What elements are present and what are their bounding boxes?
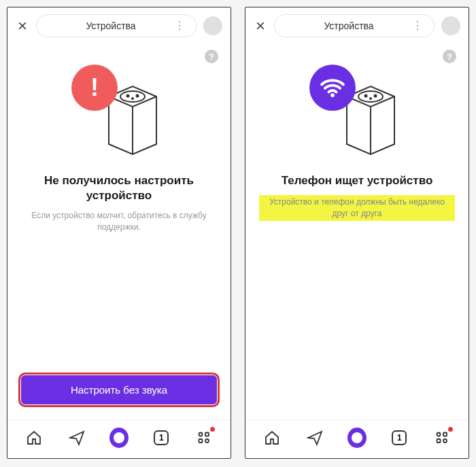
nav-assistant[interactable] (347, 428, 367, 447)
svg-point-4 (199, 433, 202, 436)
more-icon[interactable]: ⋮ (174, 20, 185, 31)
subtext: Если устройство молчит, обратитесь в слу… (21, 210, 217, 233)
close-button[interactable] (16, 19, 29, 33)
screen-left: Устройства ⋮ ? ! Не получилось настроить… (7, 7, 231, 459)
content: ? Телефон ищет устройство Устройство и (245, 44, 469, 419)
svg-point-9 (358, 91, 383, 102)
bottom-nav: 1 (245, 419, 469, 458)
menu-icon (434, 430, 450, 446)
avatar[interactable] (203, 16, 222, 35)
nav-home[interactable] (262, 428, 282, 447)
title-pill[interactable]: Устройства ⋮ (274, 14, 435, 37)
nav-assistant[interactable] (109, 428, 129, 447)
heading: Телефон ищет устройство (282, 173, 433, 188)
svg-point-11 (374, 94, 377, 98)
svg-point-3 (131, 97, 134, 100)
nav-send[interactable] (305, 428, 324, 447)
nav-menu[interactable] (432, 428, 452, 447)
notification-dot (210, 427, 215, 432)
svg-rect-14 (443, 433, 447, 436)
assistant-icon (109, 428, 129, 448)
close-icon (17, 20, 28, 31)
svg-point-16 (443, 439, 447, 443)
nav-send[interactable] (67, 428, 86, 447)
svg-point-1 (126, 94, 130, 98)
header-title: Устройства (86, 20, 135, 31)
screen-right: Устройства ⋮ ? (245, 7, 469, 459)
close-button[interactable] (254, 19, 267, 33)
svg-rect-5 (205, 433, 209, 436)
help-icon[interactable]: ? (443, 50, 456, 63)
menu-icon (196, 430, 212, 446)
content: ? ! Не получилось настроить устройство Е… (7, 44, 231, 419)
wifi-icon (320, 75, 345, 101)
svg-rect-6 (199, 439, 202, 443)
svg-rect-15 (437, 439, 440, 443)
home-icon (264, 430, 280, 446)
setup-silent-button[interactable]: Настроить без звука (18, 373, 220, 407)
header-title: Устройства (324, 20, 373, 31)
nav-menu[interactable] (194, 428, 214, 447)
header: Устройства ⋮ (245, 7, 469, 44)
assistant-icon (347, 428, 367, 448)
send-icon (307, 430, 323, 446)
wifi-badge (309, 65, 356, 111)
illustration (306, 65, 408, 160)
notification-dot (448, 427, 453, 432)
title-pill[interactable]: Устройства ⋮ (36, 14, 197, 37)
help-icon[interactable]: ? (205, 50, 218, 63)
close-icon (255, 20, 266, 31)
send-icon (69, 430, 85, 446)
exclaim-icon: ! (90, 73, 99, 102)
tabs-icon: 1 (392, 430, 407, 445)
illustration: ! (68, 65, 170, 160)
svg-point-13 (437, 433, 440, 436)
error-badge: ! (71, 65, 118, 111)
bottom-nav: 1 (7, 419, 231, 458)
nav-tabs[interactable]: 1 (390, 428, 409, 447)
svg-point-8 (330, 93, 335, 97)
nav-tabs[interactable]: 1 (152, 428, 171, 447)
svg-point-10 (364, 94, 368, 98)
subtext: Устройство и телефон должны быть недалек… (259, 195, 455, 221)
nav-home[interactable] (24, 428, 44, 447)
svg-point-2 (136, 94, 139, 98)
heading: Не получилось настроить устройство (21, 173, 217, 203)
svg-point-12 (369, 97, 372, 100)
header: Устройства ⋮ (7, 7, 231, 44)
avatar[interactable] (441, 16, 460, 35)
tabs-icon: 1 (154, 430, 169, 445)
svg-point-7 (205, 439, 209, 443)
more-icon[interactable]: ⋮ (412, 20, 423, 31)
home-icon (26, 430, 42, 446)
svg-point-0 (120, 91, 145, 102)
